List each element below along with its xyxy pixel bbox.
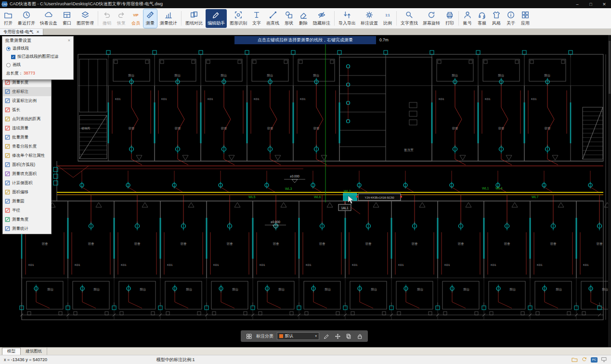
toolbar-annotation-settings-button[interactable]: 标注设置 (359, 9, 380, 28)
sheet-tab-bar: 模型 建筑图纸 (0, 347, 611, 355)
sidebar-item-set-annotation-scale[interactable]: 设置标注比例 (3, 96, 51, 105)
sidebar-item-measure-statistics[interactable]: 测量统计 (3, 224, 51, 233)
circuit-label-kd1: KD1 (213, 264, 219, 266)
drawing-compare-icon (190, 11, 198, 20)
toolbar-screen-rotate-button[interactable]: 屏幕旋转 (421, 9, 442, 28)
toolbar-shapes-button[interactable]: 形状 (282, 9, 296, 28)
dialog-title-bar[interactable]: 批量测量设置 × (2, 37, 73, 44)
tab-architecture-sheets[interactable]: 建筑图纸 (21, 348, 47, 355)
toolbar-scale-button[interactable]: 1:1比例 (381, 9, 394, 28)
sidebar-item-view-segment-length[interactable]: 查看分段长度 (3, 142, 51, 151)
sidebar-item-measure-circle[interactable]: 测量圆 (3, 197, 51, 206)
dialog-close-icon[interactable]: × (68, 38, 70, 43)
option-label: 选择线段 (13, 46, 29, 51)
measure-hint-banner: 点击左键或拉框选择要测量的线段，右键完成测量 (234, 36, 376, 44)
wire-label: WL6 (314, 195, 321, 199)
tab-model[interactable]: 模型 (2, 348, 21, 355)
copy-annotation-icon[interactable] (345, 332, 352, 340)
lock-annotation-icon[interactable] (356, 332, 364, 340)
sidebar-item-side-area[interactable]: 计算侧面积 (3, 178, 51, 188)
maximize-button[interactable]: □ (584, 0, 598, 8)
option-label: 按已选线段的图层过滤 (17, 54, 58, 60)
toolbar-layer-manager-button[interactable]: 图层管理 (75, 9, 96, 28)
sidebar-item-coordinate-annotation[interactable]: 坐标标注 (3, 87, 51, 96)
shape-recognition-icon (234, 11, 243, 20)
toolbar-drawing-compare-button[interactable]: 图纸对比 (183, 9, 205, 28)
toolbar-vip-member-button[interactable]: VIP会员 (129, 9, 143, 28)
radio-select-segment[interactable]: 选择线段 (2, 44, 73, 52)
toolbar-cloud-drive-button[interactable]: 快看云盘 (38, 9, 59, 28)
room-label-washroom: 盥洗室 (404, 148, 414, 152)
sidebar-item-point-to-line-distance[interactable]: 点到直线的距离 (3, 114, 51, 124)
folder-icon[interactable] (572, 356, 578, 364)
sidebar-item-area-offset[interactable]: 面积偏移 (3, 188, 51, 197)
toolbar-text-button[interactable]: 文字 (250, 9, 263, 28)
edit-annotation-icon[interactable] (323, 332, 330, 340)
sidebar-item-batch-measure[interactable]: 批量测量 (3, 133, 51, 142)
sidebar-item-arc-length[interactable]: 弧长 (3, 105, 51, 114)
sidebar-item-radius[interactable]: 半径 (3, 206, 51, 215)
room-label-balcony: 阳台 (371, 288, 377, 291)
tab-close-icon[interactable]: ✕ (36, 30, 39, 34)
sidebar-item-edit-single-annotation[interactable]: 修改单个标注属性 (3, 151, 51, 160)
annotation-category-select[interactable]: 默认 ▾ (277, 332, 319, 340)
toolbar-undo-button[interactable]: 撤销 (100, 9, 114, 28)
category-grid-icon[interactable] (245, 332, 253, 340)
close-button[interactable]: ✕ (598, 0, 611, 8)
toolbar-print-button[interactable]: 打印 (443, 9, 456, 28)
text-icon (252, 11, 261, 20)
elevation-label: ±0.000 (271, 220, 280, 224)
sidebar-item-continuous-measure[interactable]: 连续测量 (3, 124, 51, 133)
account-icon (463, 11, 472, 20)
scrollbar-thumb[interactable] (609, 41, 611, 94)
sync-icon[interactable] (581, 356, 587, 364)
apps-icon (521, 11, 530, 20)
toolbar-delete-button[interactable]: 删除 (297, 9, 310, 28)
toolbar-window-button[interactable]: 窗口 (60, 9, 74, 28)
toolbar-account-button[interactable]: 账号 (461, 9, 474, 28)
coordinate-annotation-icon (5, 89, 10, 94)
vertical-scrollbar[interactable] (608, 35, 611, 347)
sidebar-item-area-with-arc[interactable]: 面积(含弧段) (3, 160, 51, 169)
toolbar-shape-recognition-button[interactable]: 图形识别 (228, 9, 249, 28)
toolbar-apps-label: 应用 (521, 20, 530, 26)
room-label-balcony: 阳台 (129, 74, 135, 77)
sidebar-item-fill-area[interactable]: 测量填充面积 (3, 169, 51, 178)
recent-icon (22, 11, 31, 20)
toolbar-support-button[interactable]: 客服 (475, 9, 489, 28)
sidebar-item-label: 坐标标注 (12, 89, 28, 95)
cad-drawing[interactable]: 阳台KD1宿舍阳台KD1宿舍阳台KD1宿舍阳台KD1宿舍阳台KD1宿舍阳台KD1… (0, 35, 611, 347)
toolbar-hide-annotations-button[interactable]: 隐藏标注 (311, 9, 332, 28)
room-label-stair: 楼梯间 (81, 127, 90, 130)
toolbar-open-button[interactable]: 打开 (1, 9, 15, 28)
document-tab[interactable]: 专用宿舍楼-电气 ✕ (0, 29, 43, 35)
room-label-dorm: 宿舍 (550, 242, 557, 246)
radio-draw-line[interactable]: 画线 (2, 61, 73, 69)
toolbar-measure-button[interactable]: 测量 (143, 9, 157, 28)
draw-line-icon (269, 11, 277, 20)
toolbar-apps-button[interactable]: 应用 (519, 9, 532, 28)
toolbar-import-export-button[interactable]: 导入导出 (337, 9, 358, 28)
measure-length-icon (5, 80, 10, 85)
pc-badge-icon[interactable]: PC (591, 357, 598, 363)
toolbar-theme-button[interactable]: 风格 (490, 9, 503, 28)
layer-manager-icon (81, 11, 90, 20)
sidebar-item-label: 批量测量 (12, 135, 28, 140)
minimize-button[interactable]: – (571, 0, 584, 8)
move-annotation-icon[interactable] (334, 332, 341, 340)
toolbar-redo-button[interactable]: 恢复 (115, 9, 128, 28)
toolbar-measure-stats-button[interactable]: 测量统计 (158, 9, 179, 28)
checkbox-layer-filter[interactable]: ✓ 按已选线段的图层过滤 (2, 52, 73, 61)
toolbar-about-button[interactable]: 关于 (504, 9, 518, 28)
sidebar-item-measure-angle[interactable]: 测量角度 (3, 215, 51, 224)
cad-canvas[interactable]: 阳台KD1宿舍阳台KD1宿舍阳台KD1宿舍阳台KD1宿舍阳台KD1宿舍阳台KD1… (0, 35, 611, 347)
toolbar-shapes-label: 形状 (285, 20, 293, 26)
monitor-icon[interactable] (601, 356, 607, 364)
toolbar-edit-assistant-button[interactable]: 编辑助手 (206, 9, 227, 28)
toolbar-recent-button[interactable]: 最近打开 (16, 9, 37, 28)
toolbar-text-search-button[interactable]: 文字查找 (399, 9, 420, 28)
toolbar-cloud-drive-label: 快看云盘 (40, 20, 57, 26)
toolbar-draw-line-button[interactable]: 画直线 (264, 9, 281, 28)
toolbar-text-search-label: 文字查找 (401, 20, 418, 26)
circuit-label-kd1: KD1 (531, 98, 537, 100)
